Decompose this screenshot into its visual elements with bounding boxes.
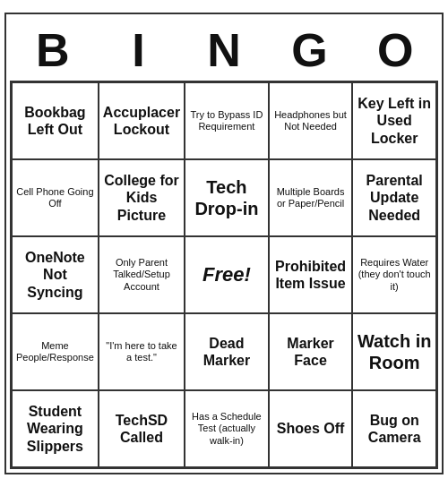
- bingo-cell: Requires Water (they don't touch it): [352, 236, 436, 313]
- bingo-cell: TechSD Called: [99, 390, 185, 467]
- bingo-cell: Key Left in Used Locker: [352, 82, 436, 159]
- bingo-grid: Bookbag Left OutAccuplacer LockoutTry to…: [10, 81, 438, 469]
- bingo-cell: College for Kids Picture: [99, 159, 185, 236]
- bingo-cell: Watch in Room: [352, 313, 436, 390]
- bingo-cell: Parental Update Needed: [352, 159, 436, 236]
- bingo-cell: Bookbag Left Out: [12, 82, 99, 159]
- bingo-cell: Marker Face: [269, 313, 353, 390]
- bingo-cell: Headphones but Not Needed: [269, 82, 353, 159]
- bingo-cell: Cell Phone Going Off: [12, 159, 99, 236]
- bingo-cell: Only Parent Talked/Setup Account: [99, 236, 185, 313]
- bingo-cell: Dead Marker: [185, 313, 269, 390]
- bingo-cell: "I'm here to take a test.": [99, 313, 185, 390]
- bingo-cell: Meme People/Response: [12, 313, 99, 390]
- bingo-cell: OneNote Not Syncing: [12, 236, 99, 313]
- bingo-cell: Try to Bypass ID Requirement: [185, 82, 269, 159]
- title-letter: I: [99, 23, 177, 77]
- title-letter: N: [185, 23, 263, 77]
- bingo-cell: Accuplacer Lockout: [99, 82, 185, 159]
- bingo-cell: Prohibited Item Issue: [269, 236, 353, 313]
- bingo-cell: Multiple Boards or Paper/Pencil: [269, 159, 353, 236]
- bingo-cell: Free!: [185, 236, 269, 313]
- title-letter: O: [356, 23, 435, 77]
- title-letter: B: [13, 23, 92, 77]
- title-letter: G: [271, 23, 349, 77]
- bingo-cell: Shoes Off: [269, 390, 353, 467]
- bingo-cell: Has a Schedule Test (actually walk-in): [185, 390, 269, 467]
- bingo-title: BINGO: [10, 18, 438, 81]
- bingo-cell: Student Wearing Slippers: [12, 390, 99, 467]
- bingo-cell: Bug on Camera: [352, 390, 436, 467]
- bingo-card: BINGO Bookbag Left OutAccuplacer Lockout…: [4, 13, 444, 474]
- bingo-cell: Tech Drop-in: [185, 159, 269, 236]
